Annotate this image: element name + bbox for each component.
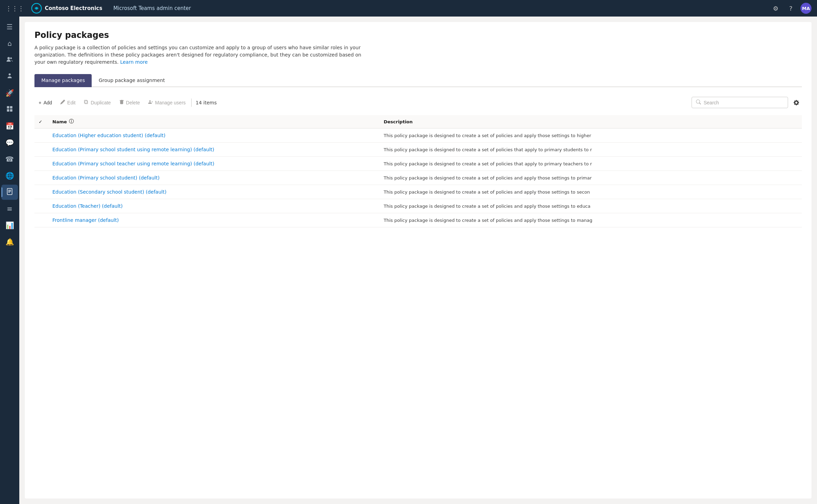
row-name-4: Education (Secondary school student) (de…: [48, 185, 379, 199]
row-description-6: This policy package is designed to creat…: [379, 213, 802, 227]
delete-icon: [119, 100, 124, 105]
add-icon: +: [39, 100, 41, 105]
package-link-1[interactable]: Education (Primary school student using …: [52, 147, 214, 152]
sidebar-item-locations[interactable]: 🌐: [1, 168, 18, 183]
help-button[interactable]: ?: [785, 3, 796, 14]
row-description-5: This policy package is designed to creat…: [379, 199, 802, 213]
edit-icon: [60, 100, 65, 105]
sidebar-item-reports[interactable]: 📊: [1, 218, 18, 233]
grid-icon[interactable]: ⋮⋮⋮: [6, 5, 24, 12]
table-row: Education (Primary school student using …: [34, 143, 802, 157]
top-navigation: ⋮⋮⋮ Contoso Electronics Microsoft Teams …: [0, 0, 817, 17]
page-description: A policy package is a collection of poli…: [34, 44, 365, 66]
name-info-icon[interactable]: ⓘ: [69, 119, 74, 125]
checkmark-icon: ✓: [39, 119, 42, 124]
package-link-6[interactable]: Frontline manager (default): [52, 217, 119, 223]
description-text: A policy package is a collection of poli…: [34, 45, 361, 65]
search-icon: [696, 99, 701, 106]
toolbar: + Add Edit Duplicate: [34, 94, 802, 111]
row-checkbox-4[interactable]: [34, 185, 48, 199]
package-link-2[interactable]: Education (Primary school teacher using …: [52, 161, 214, 166]
svg-point-4: [9, 73, 11, 75]
package-link-0[interactable]: Education (Higher education student) (de…: [52, 133, 165, 138]
tabs-container: Manage packages Group package assignment: [34, 74, 802, 87]
svg-point-1: [35, 7, 38, 9]
add-button[interactable]: + Add: [34, 98, 56, 107]
toolbar-divider: [191, 99, 192, 107]
search-input[interactable]: [704, 100, 784, 105]
row-description-3: This policy package is designed to creat…: [379, 171, 802, 185]
name-column-header: Name ⓘ: [48, 115, 379, 128]
sidebar-item-home[interactable]: ⌂: [1, 36, 18, 51]
row-checkbox-6[interactable]: [34, 213, 48, 227]
svg-rect-5: [7, 106, 9, 109]
table-row: Education (Higher education student) (de…: [34, 128, 802, 143]
package-link-3[interactable]: Education (Primary school student) (defa…: [52, 175, 160, 181]
contoso-logo-icon: [31, 3, 42, 14]
tab-manage-packages[interactable]: Manage packages: [34, 74, 92, 87]
row-name-1: Education (Primary school student using …: [48, 143, 379, 157]
sidebar-item-devices[interactable]: 🚀: [1, 85, 18, 101]
sidebar-item-policy[interactable]: [1, 185, 18, 200]
learn-more-link[interactable]: Learn more: [120, 59, 148, 65]
duplicate-button[interactable]: Duplicate: [80, 97, 115, 107]
description-column-header: Description: [379, 115, 802, 128]
row-name-5: Education (Teacher) (default): [48, 199, 379, 213]
sidebar: ☰ ⌂ 🚀 📅 💬 ☎: [0, 17, 19, 504]
sidebar-item-notifications[interactable]: 🔔: [1, 234, 18, 249]
org-name: Contoso Electronics: [45, 5, 102, 11]
table-row: Education (Secondary school student) (de…: [34, 185, 802, 199]
edit-button[interactable]: Edit: [56, 97, 80, 107]
sidebar-item-users[interactable]: [1, 52, 18, 68]
table-row: Education (Primary school student) (defa…: [34, 171, 802, 185]
row-checkbox-0[interactable]: [34, 128, 48, 143]
tab-group-assignment[interactable]: Group package assignment: [92, 74, 172, 87]
sidebar-item-analytics[interactable]: ≡: [1, 201, 18, 216]
svg-point-15: [149, 100, 151, 102]
page-container: Policy packages A policy package is a co…: [25, 22, 811, 498]
sidebar-item-apps[interactable]: [1, 102, 18, 117]
phone-icon: ☎: [6, 155, 14, 163]
chart-icon: 📊: [6, 221, 14, 229]
sidebar-item-voice[interactable]: ☎: [1, 152, 18, 167]
svg-rect-6: [10, 106, 12, 109]
row-name-3: Education (Primary school student) (defa…: [48, 171, 379, 185]
sidebar-item-meetings[interactable]: 📅: [1, 119, 18, 134]
row-name-6: Frontline manager (default): [48, 213, 379, 227]
row-checkbox-1[interactable]: [34, 143, 48, 157]
package-link-4[interactable]: Education (Secondary school student) (de…: [52, 189, 166, 195]
svg-rect-7: [7, 109, 9, 112]
table-row: Education (Teacher) (default) This polic…: [34, 199, 802, 213]
packages-table: ✓ Name ⓘ Description Educat: [34, 115, 802, 227]
list-icon: ≡: [7, 205, 13, 213]
apps-icon: [6, 105, 13, 114]
row-description-1: This policy package is designed to creat…: [379, 143, 802, 157]
search-box: [692, 97, 788, 108]
row-checkbox-5[interactable]: [34, 199, 48, 213]
bell-icon: 🔔: [6, 238, 14, 246]
package-link-5[interactable]: Education (Teacher) (default): [52, 203, 123, 209]
delete-button[interactable]: Delete: [115, 97, 144, 107]
sidebar-item-messaging[interactable]: 💬: [1, 135, 18, 150]
sidebar-item-menu[interactable]: ☰: [1, 19, 18, 34]
row-name-2: Education (Primary school teacher using …: [48, 157, 379, 171]
svg-rect-9: [7, 188, 12, 195]
manage-users-button[interactable]: Manage users: [144, 97, 190, 107]
duplicate-icon: [84, 100, 89, 105]
user-avatar[interactable]: MA: [800, 3, 811, 14]
content-area: Policy packages A policy package is a co…: [19, 17, 817, 504]
settings-nav-button[interactable]: ⚙: [770, 3, 781, 14]
item-count: 14 items: [196, 100, 217, 105]
sidebar-item-teams[interactable]: [1, 69, 18, 84]
row-name-0: Education (Higher education student) (de…: [48, 128, 379, 143]
column-settings-button[interactable]: [791, 97, 802, 108]
app-name: Microsoft Teams admin center: [113, 5, 191, 11]
chat-icon: 💬: [6, 138, 14, 147]
row-checkbox-2[interactable]: [34, 157, 48, 171]
logo-area: Contoso Electronics: [31, 3, 102, 14]
row-checkbox-3[interactable]: [34, 171, 48, 185]
users-icon: [6, 56, 13, 64]
row-description-0: This policy package is designed to creat…: [379, 128, 802, 143]
table-row: Education (Primary school teacher using …: [34, 157, 802, 171]
manage-users-icon: [148, 100, 153, 105]
